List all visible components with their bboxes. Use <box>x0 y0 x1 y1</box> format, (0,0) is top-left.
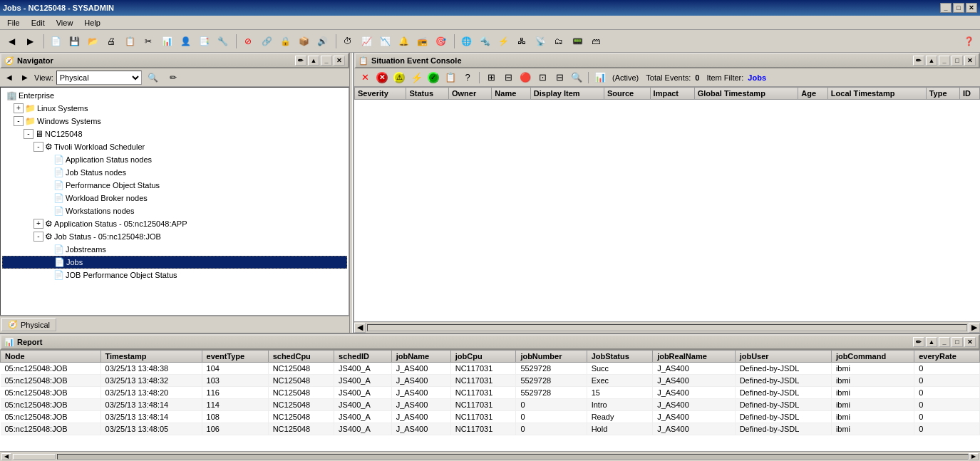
sec-list-btn[interactable]: ⊟ <box>500 71 516 85</box>
maximize-button[interactable]: □ <box>953 3 964 13</box>
sec-red2-btn[interactable]: 🔴 <box>517 71 533 85</box>
tb-btn22[interactable]: 🔩 <box>476 33 493 50</box>
col-severity[interactable]: Severity <box>355 88 406 100</box>
tree-item-jobstreams[interactable]: 📄 Jobstreams <box>2 243 347 256</box>
report-row[interactable]: 05:nc125048:JOB03/25/13 13:48:14108NC125… <box>1 411 980 423</box>
sec-min-btn[interactable]: _ <box>939 56 950 66</box>
tb-btn25[interactable]: 📡 <box>532 33 549 50</box>
event-scroll-h[interactable]: ◀ ▶ <box>354 321 980 333</box>
sec-edit-btn[interactable]: ✏ <box>913 56 924 66</box>
report-edit-btn[interactable]: ✏ <box>913 337 924 347</box>
help-button[interactable]: ❓ <box>960 33 977 50</box>
tb-btn17[interactable]: 📉 <box>376 33 393 50</box>
open-button[interactable]: 📂 <box>84 33 101 50</box>
report-row[interactable]: 05:nc125048:JOB03/25/13 13:48:38104NC125… <box>1 363 980 375</box>
nav-min-button[interactable]: _ <box>321 56 332 66</box>
report-row[interactable]: 05:nc125048:JOB03/25/13 13:48:14114NC125… <box>1 399 980 411</box>
minimize-button[interactable]: _ <box>940 3 951 13</box>
tb-btn27[interactable]: 📟 <box>569 33 586 50</box>
new-button[interactable]: 📄 <box>47 33 64 50</box>
tb-btn26[interactable]: 🗂 <box>550 33 567 50</box>
col-impact[interactable]: Impact <box>650 88 694 100</box>
col-owner[interactable]: Owner <box>448 88 491 100</box>
report-max-btn[interactable]: □ <box>951 337 963 347</box>
physical-button[interactable]: 🧭 Physical <box>1 318 56 331</box>
linux-expand[interactable]: + <box>14 103 24 113</box>
windows-expand[interactable]: - <box>14 116 24 126</box>
report-row[interactable]: 05:nc125048:JOB03/25/13 13:48:32103NC125… <box>1 375 980 387</box>
tree-item-tivoli[interactable]: - ⚙ Tivoli Workload Scheduler <box>2 140 347 153</box>
nav-edit-btn[interactable]: ✏ <box>165 69 182 86</box>
tb-btn11[interactable]: 🔗 <box>258 33 275 50</box>
report-col-everyrate[interactable]: everyRate <box>914 351 980 363</box>
sec-stop-btn[interactable]: ✕ <box>357 71 373 85</box>
report-col-jobcpu[interactable]: jobCpu <box>450 351 516 363</box>
report-col-schedcpu[interactable]: schedCpu <box>268 351 334 363</box>
sec-box-btn[interactable]: ⊡ <box>535 71 550 85</box>
report-scroll-right[interactable]: ▶ <box>969 453 979 460</box>
col-status[interactable]: Status <box>406 88 449 100</box>
view-select[interactable]: Physical <box>56 71 142 85</box>
tree-item-jobstatus[interactable]: 📄 Job Status nodes <box>2 166 347 179</box>
tb-btn16[interactable]: 📈 <box>358 33 375 50</box>
tree-item-appstatus[interactable]: 📄 Application Status nodes <box>2 153 347 166</box>
report-col-eventtype[interactable]: eventType <box>202 351 268 363</box>
report-col-jobrealname[interactable]: jobRealName <box>653 351 736 363</box>
report-col-jobnumber[interactable]: jobNumber <box>516 351 587 363</box>
col-name[interactable]: Name <box>492 88 530 100</box>
col-global-timestamp[interactable]: Global Timestamp <box>694 88 798 100</box>
col-type[interactable]: Type <box>926 88 959 100</box>
tree-item-enterprise[interactable]: 🏢 Enterprise <box>2 89 347 102</box>
appstatus2-expand[interactable]: + <box>33 219 43 229</box>
stop-button[interactable]: ⊘ <box>239 33 257 50</box>
report-col-timestamp[interactable]: Timestamp <box>100 351 202 363</box>
sec-float-btn[interactable]: ▲ <box>926 56 937 66</box>
tree-item-perfobj[interactable]: 📄 Performance Object Status <box>2 179 347 192</box>
close-button[interactable]: ✕ <box>966 3 977 13</box>
report-float-btn[interactable]: ▲ <box>926 337 937 347</box>
tb-btn20[interactable]: 🎯 <box>432 33 449 50</box>
report-min-btn[interactable]: _ <box>939 337 950 347</box>
col-source[interactable]: Source <box>604 88 650 100</box>
sec-check-btn[interactable]: ✓ <box>425 71 441 85</box>
sec-chart-btn[interactable]: ⊟ <box>552 71 567 85</box>
sec-thunder-btn[interactable]: ⚡ <box>408 71 424 85</box>
sec-grid-btn[interactable]: ⊞ <box>483 71 499 85</box>
tivoli-expand[interactable]: - <box>33 142 43 152</box>
tb-btn15[interactable]: ⏱ <box>339 33 356 50</box>
tb-btn21[interactable]: 🌐 <box>458 33 475 50</box>
tb-btn13[interactable]: 📦 <box>295 33 312 50</box>
report-col-jobuser[interactable]: jobUser <box>735 351 831 363</box>
print-button[interactable]: 🖨 <box>103 33 120 50</box>
sec-max-btn[interactable]: □ <box>951 56 963 66</box>
tree-item-wlbroker[interactable]: 📄 Workload Broker nodes <box>2 192 347 204</box>
save-button[interactable]: 💾 <box>66 33 83 50</box>
tb-btn23[interactable]: ⚡ <box>495 33 512 50</box>
tree-item-windows[interactable]: - 📁 Windows Systems <box>2 115 347 128</box>
jobstatus2-expand[interactable]: - <box>33 232 43 242</box>
sec-help-btn[interactable]: ? <box>460 71 475 85</box>
tb-btn12[interactable]: 🔒 <box>277 33 294 50</box>
col-age[interactable]: Age <box>798 88 828 100</box>
tb-btn6[interactable]: ✂ <box>140 33 157 50</box>
menu-help[interactable]: Help <box>80 17 105 29</box>
menu-file[interactable]: File <box>3 17 24 29</box>
tree-item-appstatus2[interactable]: + ⚙ Application Status - 05:nc125048:APP <box>2 217 347 230</box>
report-col-node[interactable]: Node <box>1 351 101 363</box>
tb-btn7[interactable]: 📊 <box>158 33 175 50</box>
tree-item-linux[interactable]: + 📁 Linux Systems <box>2 102 347 115</box>
tb-btn9[interactable]: 📑 <box>195 33 212 50</box>
menu-edit[interactable]: Edit <box>27 17 49 29</box>
col-display-item[interactable]: Display Item <box>530 88 604 100</box>
tb-btn5[interactable]: 📋 <box>121 33 138 50</box>
tree-item-jobperf[interactable]: 📄 JOB Performance Object Status <box>2 269 347 281</box>
tb-btn14[interactable]: 🔊 <box>314 33 331 50</box>
nav-float-button[interactable]: ▲ <box>308 56 319 66</box>
report-col-schedid[interactable]: schedID <box>334 351 392 363</box>
col-local-timestamp[interactable]: Local Timestamp <box>827 88 926 100</box>
report-close-btn[interactable]: ✕ <box>964 337 976 347</box>
sec-search-btn[interactable]: 🔍 <box>569 71 584 85</box>
nav-fwd-btn[interactable]: ▶ <box>19 71 31 84</box>
col-id[interactable]: ID <box>959 88 979 100</box>
nav-search-btn[interactable]: 🔍 <box>145 69 162 86</box>
